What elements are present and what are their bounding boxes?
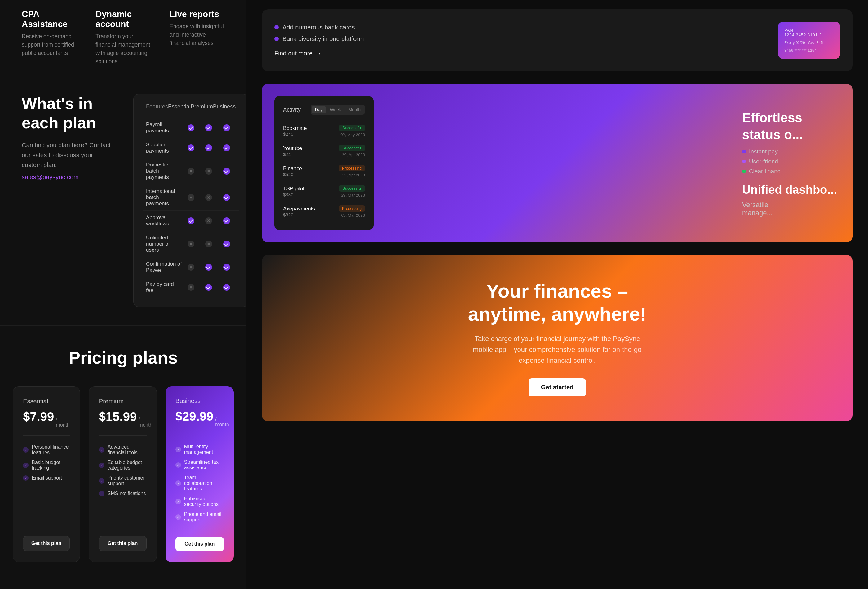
feature-text: Priority customer support bbox=[108, 475, 147, 486]
features-table-header: Features Essential Premium Business bbox=[143, 103, 239, 115]
card-secondary-pan: 3456 **** *** 1254 bbox=[784, 48, 834, 53]
activity-left: Binance$520 bbox=[283, 165, 302, 177]
activity-amount: $240 bbox=[283, 131, 307, 137]
top-strip-item-dynamic: Dynamic account Transform your financial… bbox=[96, 9, 151, 66]
top-strip: CPA Assistance Receive on-demand support… bbox=[0, 0, 247, 75]
plan-feature-item: Team collaboration features bbox=[176, 475, 224, 492]
feature-label: Payroll payments bbox=[146, 121, 182, 134]
bank-info: Add numerous bank cards Bank diversity i… bbox=[275, 24, 766, 57]
card-pan: PAN 1234 3452 8101 2 bbox=[784, 28, 834, 37]
find-out-link[interactable]: Find out more bbox=[275, 50, 766, 57]
cpa-desc: Receive on-demand support from certified… bbox=[22, 32, 77, 58]
feature-check-icon bbox=[99, 447, 105, 453]
plan-feature-item: Basic budget tracking bbox=[23, 460, 70, 471]
bank-items: Add numerous bank cards Bank diversity i… bbox=[275, 24, 766, 43]
bottom-section bbox=[0, 584, 247, 589]
activity-badge: Successful bbox=[339, 125, 365, 131]
card-pan-number: 1234 3452 8101 2 bbox=[784, 32, 834, 37]
activity-date: 29, Mar 2023 bbox=[339, 193, 365, 198]
activity-date: 12, Apr 2023 bbox=[339, 173, 365, 177]
price-period-premium: / month bbox=[139, 417, 152, 428]
col-features: Features bbox=[146, 103, 168, 110]
activity-header: Activity Day Week Month bbox=[283, 105, 365, 115]
features-table-row: Unlimited number of users bbox=[143, 231, 239, 257]
col-business: Business bbox=[213, 103, 236, 110]
effortless-item-1: Instant pay... bbox=[742, 148, 837, 155]
time-tab-day[interactable]: Day bbox=[312, 106, 326, 114]
dynamic-title: Dynamic account bbox=[96, 9, 151, 29]
activity-badge: Successful bbox=[339, 185, 365, 192]
plan-name-business: Business bbox=[176, 397, 224, 404]
plan-feature-item: Editable budget categories bbox=[99, 460, 147, 471]
live-desc: Engage with insightful and interactive f… bbox=[170, 22, 225, 47]
feature-label: Pay by card fee bbox=[146, 281, 182, 294]
activity-badge: Successful bbox=[339, 145, 365, 151]
feature-text: Personal finance features bbox=[32, 444, 70, 455]
plan-features-premium: Advanced financial toolsEditable budget … bbox=[99, 444, 147, 526]
pricing-card-essential: Essential$7.99/ monthPersonal finance fe… bbox=[13, 386, 80, 562]
activity-section: Activity Day Week Month Bookmate$240Succ… bbox=[262, 84, 852, 242]
activity-right: Successful29, Apr 2023 bbox=[339, 145, 365, 157]
activity-badge: Processing bbox=[339, 205, 365, 212]
time-tab-week[interactable]: Week bbox=[327, 106, 344, 114]
features-left: What's in each plan Can find you plan he… bbox=[22, 94, 115, 181]
feature-text: Basic budget tracking bbox=[32, 460, 70, 471]
plan-button-business[interactable]: Get this plan bbox=[176, 537, 224, 551]
activity-name: Axepayments bbox=[283, 206, 315, 212]
feature-check-icon bbox=[99, 491, 105, 496]
effortless-heading: Effortlessstatus o... bbox=[742, 109, 837, 143]
activity-left: Youtube$24 bbox=[283, 145, 302, 157]
activity-date: 02, May 2023 bbox=[339, 132, 365, 137]
features-table-row: Confirmation of Payee bbox=[143, 257, 239, 278]
feature-text: Multi-entity management bbox=[184, 444, 224, 455]
activity-name: Bookmate bbox=[283, 125, 307, 131]
feature-text: Editable budget categories bbox=[108, 460, 147, 471]
pricing-card-business: Business$29.99/ monthMulti-entity manage… bbox=[165, 386, 234, 562]
feature-check-icon bbox=[176, 514, 181, 520]
live-title: Live reports bbox=[170, 9, 225, 19]
feature-text: Enhanced security options bbox=[184, 496, 224, 507]
activity-name: Youtube bbox=[283, 145, 302, 152]
time-tab-month[interactable]: Month bbox=[345, 106, 364, 114]
plan-features-business: Multi-entity managementStreamlined tax a… bbox=[176, 444, 224, 527]
top-strip-item-cpa: CPA Assistance Receive on-demand support… bbox=[22, 9, 77, 66]
plan-button-premium[interactable]: Get this plan bbox=[99, 536, 147, 551]
plan-price-essential: $7.99/ month bbox=[23, 410, 70, 435]
activity-amount: $820 bbox=[283, 212, 315, 217]
activity-row: Youtube$24Successful29, Apr 2023 bbox=[283, 141, 365, 161]
time-tabs[interactable]: Day Week Month bbox=[311, 105, 365, 115]
plan-button-essential[interactable]: Get this plan bbox=[23, 536, 70, 551]
plan-features-essential: Personal finance featuresBasic budget tr… bbox=[23, 444, 70, 526]
price-period-essential: / month bbox=[56, 417, 69, 428]
plan-feature-item: Personal finance features bbox=[23, 444, 70, 455]
top-strip-item-live: Live reports Engage with insightful and … bbox=[170, 9, 225, 66]
plan-feature-item: Phone and email support bbox=[176, 512, 224, 523]
get-started-button[interactable]: Get started bbox=[528, 378, 586, 397]
plan-feature-item: Advanced financial tools bbox=[99, 444, 147, 455]
activity-left: Bookmate$240 bbox=[283, 125, 307, 137]
feature-text: Phone and email support bbox=[184, 512, 224, 523]
card-expiry: Expiry 02/29 bbox=[784, 41, 805, 45]
features-table-row: International batch payments bbox=[143, 185, 239, 211]
feature-label: International batch payments bbox=[146, 188, 182, 207]
feature-text: Team collaboration features bbox=[184, 475, 224, 492]
activity-left: TSP pilot$330 bbox=[283, 186, 304, 197]
card-footer: Expiry 02/29 Cvv: 345 bbox=[784, 41, 834, 45]
feature-label: Approval workflows bbox=[146, 214, 182, 227]
features-table-row: Supplier payments bbox=[143, 138, 239, 158]
feature-text: Streamlined tax assistance bbox=[184, 459, 224, 471]
activity-row: Bookmate$240Successful02, May 2023 bbox=[283, 121, 365, 141]
activity-badge: Processing bbox=[339, 165, 365, 171]
effortless-item-2: User-friend... bbox=[742, 158, 837, 165]
features-email[interactable]: sales@paysync.com bbox=[22, 174, 79, 180]
price-amount-essential: $7.99 bbox=[23, 410, 54, 424]
feature-check-icon bbox=[99, 478, 105, 484]
page-wrapper: CPA Assistance Receive on-demand support… bbox=[0, 0, 868, 589]
activity-right-text: Effortlessstatus o... Instant pay... Use… bbox=[742, 109, 837, 217]
feature-check-icon bbox=[176, 499, 181, 504]
features-table-row: Pay by card fee bbox=[143, 278, 239, 297]
plan-feature-item: Streamlined tax assistance bbox=[176, 459, 224, 471]
finance-section: Your finances – anytime, anywhere! Take … bbox=[262, 255, 852, 421]
col-essential: Essential bbox=[168, 103, 190, 110]
activity-left: Axepayments$820 bbox=[283, 206, 315, 217]
